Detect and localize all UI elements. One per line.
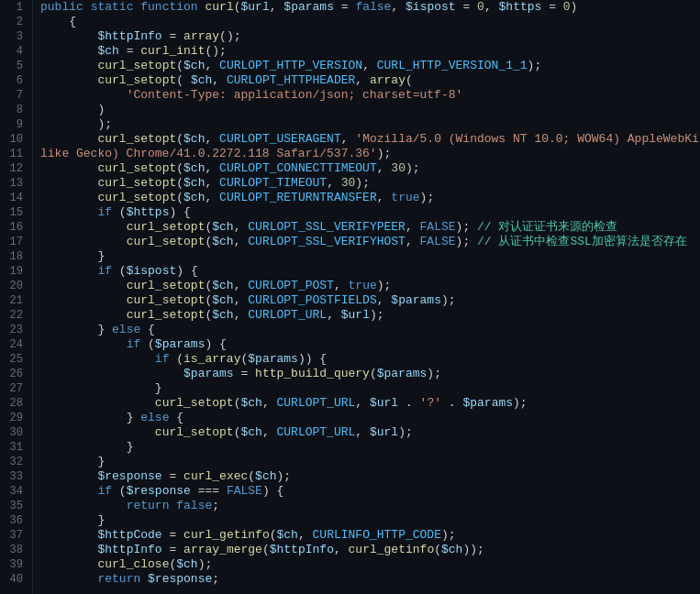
ln-29: 29 (9, 411, 23, 425)
code-line-13: curl_setopt($ch, CURLOPT_TIMEOUT, 30); (40, 176, 693, 191)
ln-3: 3 (9, 29, 23, 44)
code-line-8: ) (40, 103, 693, 117)
code-line-5: curl_setopt($ch, CURLOPT_HTTP_VERSION, C… (40, 59, 693, 73)
code-line-37: $httpCode = curl_getinfo($ch, CURLINFO_H… (40, 528, 693, 543)
ln-16: 16 (9, 220, 23, 235)
code-line-40: return $response; (40, 572, 693, 587)
code-line-17: curl_setopt($ch, CURLOPT_SSL_VERIFYHOST,… (40, 235, 693, 249)
code-line-18: } (40, 249, 693, 264)
ln-4: 4 (9, 44, 23, 59)
ln-37: 37 (9, 528, 23, 543)
code-line-6: curl_setopt( $ch, CURLOPT_HTTPHEADER, ar… (40, 73, 693, 88)
code-line-26: $params = http_build_query($params); (40, 367, 693, 381)
ln-26: 26 (9, 367, 23, 381)
code-line-35: return false; (40, 499, 693, 513)
ln-13: 13 (9, 176, 23, 191)
ln-31: 31 (9, 440, 23, 455)
code-line-29: } else { (40, 411, 693, 425)
code-line-32: } (40, 455, 693, 469)
ln-23: 23 (9, 323, 23, 337)
code-line-16: curl_setopt($ch, CURLOPT_SSL_VERIFYPEER,… (40, 220, 693, 235)
ln-24: 24 (9, 337, 23, 352)
ln-28: 28 (9, 396, 23, 411)
ln-27: 27 (9, 381, 23, 396)
ln-19: 19 (9, 264, 23, 279)
ln-18: 18 (9, 249, 23, 264)
ln-20: 20 (9, 279, 23, 293)
ln-33: 33 (9, 469, 23, 484)
code-line-28: curl_setopt($ch, CURLOPT_URL, $url . '?'… (40, 396, 693, 411)
code-line-20: curl_setopt($ch, CURLOPT_POST, true); (40, 279, 693, 293)
ln-10: 10 (9, 132, 23, 147)
code-content: public static function curl($url, $param… (33, 0, 700, 594)
code-line-14: curl_setopt($ch, CURLOPT_RETURNTRANSFER,… (40, 191, 693, 205)
code-line-21: curl_setopt($ch, CURLOPT_POSTFIELDS, $pa… (40, 293, 693, 308)
ln-12: 12 (9, 161, 23, 176)
code-line-4: $ch = curl_init(); (40, 44, 693, 59)
ln-2: 2 (9, 15, 23, 29)
ln-11: 11 (9, 147, 23, 161)
code-line-30: curl_setopt($ch, CURLOPT_URL, $url); (40, 425, 693, 440)
line-numbers: 1 2 3 4 5 6 7 8 9 10 11 12 13 14 15 16 1… (0, 0, 33, 594)
ln-8: 8 (9, 103, 23, 117)
ln-5: 5 (9, 59, 23, 73)
ln-22: 22 (9, 308, 23, 323)
ln-14: 14 (9, 191, 23, 205)
ln-21: 21 (9, 293, 23, 308)
ln-36: 36 (9, 513, 23, 528)
code-line-24: if ($params) { (40, 337, 693, 352)
code-line-1: public static function curl($url, $param… (40, 0, 693, 15)
code-line-2: { (40, 15, 693, 29)
ln-9: 9 (9, 117, 23, 132)
code-line-15: if ($https) { (40, 205, 693, 220)
ln-39: 39 (9, 557, 23, 572)
code-line-33: $response = curl_exec($ch); (40, 469, 693, 484)
code-line-10: curl_setopt($ch, CURLOPT_USERAGENT, 'Moz… (40, 132, 693, 147)
ln-38: 38 (9, 543, 23, 557)
ln-30: 30 (9, 425, 23, 440)
ln-34: 34 (9, 484, 23, 499)
code-line-3: $httpInfo = array(); (40, 29, 693, 44)
ln-15: 15 (9, 205, 23, 220)
code-line-36: } (40, 513, 693, 528)
code-line-39: curl_close($ch); (40, 557, 693, 572)
code-line-23: } else { (40, 323, 693, 337)
ln-25: 25 (9, 352, 23, 367)
ln-1: 1 (9, 0, 23, 15)
ln-7: 7 (9, 88, 23, 103)
ln-6: 6 (9, 73, 23, 88)
code-line-27: } (40, 381, 693, 396)
code-line-12: curl_setopt($ch, CURLOPT_CONNECTTIMEOUT,… (40, 161, 693, 176)
ln-32: 32 (9, 455, 23, 469)
code-line-11: like Gecko) Chrome/41.0.2272.118 Safari/… (40, 147, 693, 161)
code-line-22: curl_setopt($ch, CURLOPT_URL, $url); (40, 308, 693, 323)
code-line-31: } (40, 440, 693, 455)
code-line-34: if ($response === FALSE) { (40, 484, 693, 499)
code-line-25: if (is_array($params)) { (40, 352, 693, 367)
code-line-38: $httpInfo = array_merge($httpInfo, curl_… (40, 543, 693, 557)
ln-40: 40 (9, 572, 23, 587)
code-line-7: 'Content-Type: application/json; charset… (40, 88, 693, 103)
code-line-9: ); (40, 117, 693, 132)
code-editor: 1 2 3 4 5 6 7 8 9 10 11 12 13 14 15 16 1… (0, 0, 700, 594)
code-line-19: if ($ispost) { (40, 264, 693, 279)
ln-17: 17 (9, 235, 23, 249)
ln-35: 35 (9, 499, 23, 513)
